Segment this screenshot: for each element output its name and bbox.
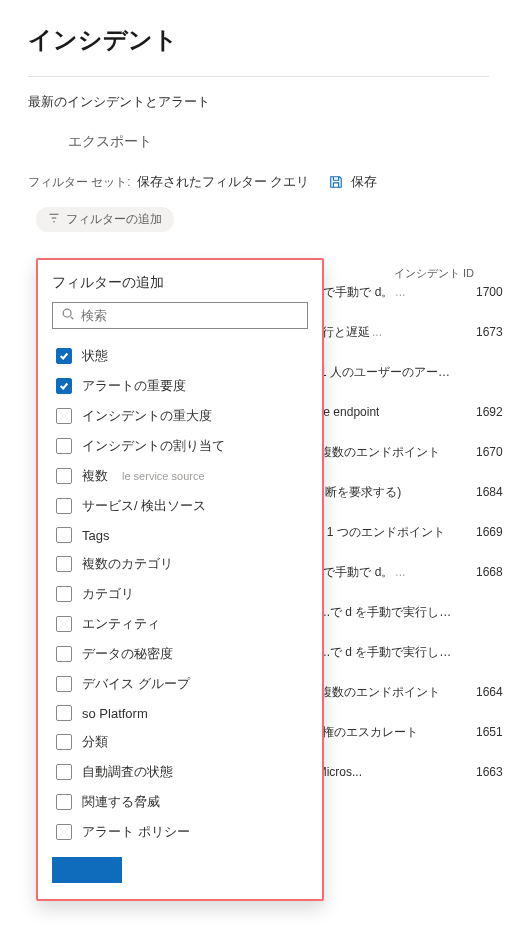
export-label: エクスポート (68, 133, 152, 151)
checkbox-icon[interactable] (56, 676, 72, 692)
table-row[interactable]: m複数のエンドポイント1670 (310, 432, 510, 472)
checkbox-icon[interactable] (56, 824, 72, 840)
checkbox-icon[interactable] (56, 794, 72, 810)
incident-name: eo..で d を手動で実行します。 (310, 644, 460, 661)
page-title: インシデント (0, 0, 517, 68)
filter-option[interactable]: 自動調査の状態 (52, 757, 308, 787)
incident-name: on 1 つのエンドポイント (310, 524, 445, 541)
add-filter-panel: フィルターの追加 状態アラートの重要度インシデントの重大度インシデントの割り当て… (36, 258, 324, 901)
checkbox-checked-icon[interactable] (56, 348, 72, 364)
table-row[interactable]: eo..で d を手動で実行します。 (310, 632, 510, 672)
incident-id: 1684 (476, 485, 510, 499)
ellipsis: ... (393, 285, 405, 299)
incident-list: インシデント ID eoで手動で d。...1700実行と遅延...1673o … (310, 272, 510, 792)
checkbox-icon[interactable] (56, 556, 72, 572)
table-row[interactable]: 実行と遅延...1673 (310, 312, 510, 352)
filter-option[interactable]: アラートの重要度 (52, 371, 308, 401)
filter-option[interactable]: 複数のカテゴリ (52, 549, 308, 579)
saved-filter-query[interactable]: 保存されたフィルター クエリ (137, 173, 310, 191)
filter-option[interactable]: インシデントの重大度 (52, 401, 308, 431)
incident-name: o 1 人のユーザーのアーヴィング (310, 364, 460, 381)
filter-option[interactable]: 関連する脅威 (52, 787, 308, 817)
incident-id: 1651 (476, 725, 510, 739)
incident-id: 1700 (476, 285, 510, 299)
ellipsis: ... (393, 565, 405, 579)
divider (28, 76, 489, 77)
incident-id: 1692 (476, 405, 510, 419)
filter-option[interactable]: サービス/ 検出ソース (52, 491, 308, 521)
checkbox-checked-icon[interactable] (56, 378, 72, 394)
save-button[interactable]: 保存 (349, 173, 377, 191)
incident-id: 1670 (476, 445, 510, 459)
filter-option[interactable]: Tags (52, 521, 308, 549)
incident-name: eo..で d を手動で実行します。 (310, 604, 460, 621)
filter-option[interactable]: インシデントの割り当て (52, 431, 308, 461)
filter-option[interactable]: デバイス グループ (52, 669, 308, 699)
apply-button[interactable] (52, 857, 122, 883)
checkbox-icon[interactable] (56, 616, 72, 632)
filter-set-row: フィルター セット: 保存されたフィルター クエリ 保存 (0, 169, 517, 201)
filter-option-secondary: le service source (122, 470, 205, 482)
filter-option-label: エンティティ (82, 615, 160, 633)
checkbox-icon[interactable] (56, 527, 72, 543)
filter-option[interactable]: データの秘密度 (52, 639, 308, 669)
filter-option-label: 複数 (82, 467, 108, 485)
table-row[interactable]: t中断を要求する)1684 (310, 472, 510, 512)
filter-option[interactable]: 状態 (52, 341, 308, 371)
filter-option-label: 状態 (82, 347, 108, 365)
save-icon[interactable] (329, 175, 343, 190)
add-filter-chip[interactable]: フィルターの追加 (36, 207, 174, 232)
filter-option[interactable]: アラート ポリシー (52, 817, 308, 847)
table-row[interactable]: one endpoint1692 (310, 392, 510, 432)
filter-option-label: デバイス グループ (82, 675, 190, 693)
checkbox-icon[interactable] (56, 734, 72, 750)
table-row[interactable]: m複数のエンドポイント1664 (310, 672, 510, 712)
checkbox-icon[interactable] (56, 705, 72, 721)
incident-name: eoで手動で d。... (310, 564, 405, 581)
filter-option-label: 自動調査の状態 (82, 763, 173, 781)
checkbox-icon[interactable] (56, 586, 72, 602)
filter-option-label: 複数のカテゴリ (82, 555, 173, 573)
table-row[interactable]: on 1 つのエンドポイント1669 (310, 512, 510, 552)
filter-option[interactable]: カテゴリ (52, 579, 308, 609)
checkbox-icon[interactable] (56, 646, 72, 662)
incident-name: 特権のエスカレート (310, 724, 418, 741)
column-header-incident-id[interactable]: インシデント ID (394, 266, 484, 281)
table-row[interactable]: o 1 人のユーザーのアーヴィング (310, 352, 510, 392)
filter-option-label: 関連する脅威 (82, 793, 160, 811)
checkbox-icon[interactable] (56, 498, 72, 514)
incident-id: 1664 (476, 685, 510, 699)
checkbox-icon[interactable] (56, 764, 72, 780)
incident-id: 1669 (476, 525, 510, 539)
filter-option-label: インシデントの割り当て (82, 437, 225, 455)
filter-option[interactable]: 複数le service source (52, 461, 308, 491)
filter-option-label: 分類 (82, 733, 108, 751)
filter-option[interactable]: so Platform (52, 699, 308, 727)
filter-option-label: Tags (82, 528, 109, 543)
checkbox-icon[interactable] (56, 468, 72, 484)
table-row[interactable]: eoで手動で d。...1668 (310, 552, 510, 592)
incident-name: eoで手動で d。... (310, 284, 405, 301)
search-icon (61, 307, 75, 324)
filter-search-input[interactable] (52, 302, 308, 329)
filter-option-label: インシデントの重大度 (82, 407, 212, 425)
filter-option-label: カテゴリ (82, 585, 134, 603)
incident-id: 1673 (476, 325, 510, 339)
checkbox-icon[interactable] (56, 438, 72, 454)
filter-option[interactable]: 分類 (52, 727, 308, 757)
checkbox-icon[interactable] (56, 408, 72, 424)
ellipsis: ... (370, 325, 382, 339)
incident-id: 1663 (476, 765, 510, 779)
filter-set-prefix: フィルター セット: (28, 174, 131, 191)
filter-option-label: アラート ポリシー (82, 823, 190, 841)
export-button[interactable]: エクスポート (0, 129, 517, 169)
subhead: 最新のインシデントとアラート (0, 85, 517, 129)
filter-option[interactable]: エンティティ (52, 609, 308, 639)
table-row[interactable]: uMicros...1663 (310, 752, 510, 792)
incident-name: m複数のエンドポイント (310, 684, 440, 701)
filter-search-field[interactable] (81, 308, 299, 323)
table-row[interactable]: eo..で d を手動で実行します。 (310, 592, 510, 632)
filter-option-label: データの秘密度 (82, 645, 173, 663)
table-row[interactable]: 特権のエスカレート1651 (310, 712, 510, 752)
panel-title: フィルターの追加 (52, 274, 308, 292)
